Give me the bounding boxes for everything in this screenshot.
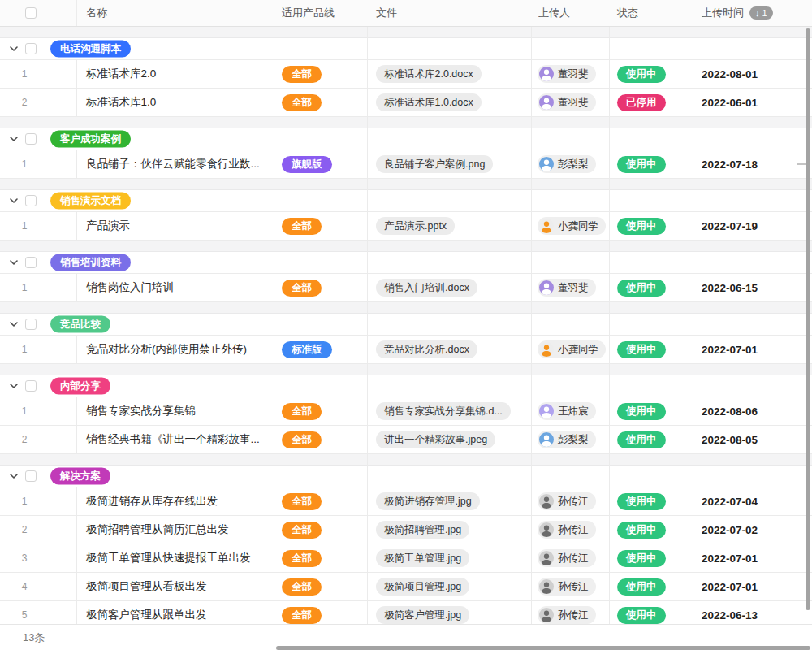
name-cell[interactable]: 良品铺子：伙伴云赋能零食行业数... xyxy=(76,150,274,178)
name-cell[interactable]: 销售经典书籍《讲出一个精彩故事... xyxy=(76,426,274,453)
file-cell[interactable]: 竞品对比分析.docx xyxy=(367,336,531,363)
product-line-cell[interactable]: 全部 xyxy=(274,488,367,515)
table-row[interactable]: 1销售专家实战分享集锦全部销售专家实战分享集锦.d...王炜宸使用中2022-0… xyxy=(0,397,812,426)
status-cell[interactable]: 使用中 xyxy=(609,544,693,572)
collapse-chevron-icon[interactable] xyxy=(9,381,19,391)
collapse-chevron-icon[interactable] xyxy=(9,258,19,267)
file-cell[interactable]: 良品铺子客户案例.png xyxy=(367,150,531,178)
name-cell[interactable]: 标准话术库1.0 xyxy=(76,89,274,116)
file-cell[interactable]: 极简项目管理.jpg xyxy=(367,573,531,600)
column-header-uploader[interactable]: 上传人 xyxy=(531,0,609,26)
table-row[interactable]: 1良品铺子：伙伴云赋能零食行业数...旗舰版良品铺子客户案例.png彭梨梨使用中… xyxy=(0,150,812,179)
file-attachment-pill[interactable]: 极简进销存管理.jpg xyxy=(376,492,480,510)
status-cell[interactable]: 使用中 xyxy=(609,516,693,544)
file-attachment-pill[interactable]: 产品演示.pptx xyxy=(376,217,455,235)
status-cell[interactable]: 使用中 xyxy=(609,60,693,88)
upload-date-cell[interactable]: 2022-06-15 xyxy=(693,274,812,301)
table-row[interactable]: 2销售经典书籍《讲出一个精彩故事...全部讲出一个精彩故事.jpeg彭梨梨使用中… xyxy=(0,426,812,454)
collapse-chevron-icon[interactable] xyxy=(9,471,19,481)
status-cell[interactable]: 使用中 xyxy=(609,573,693,600)
vertical-scrollbar[interactable] xyxy=(806,28,810,610)
uploader-cell[interactable]: 孙传江 xyxy=(531,573,609,600)
product-line-cell[interactable]: 全部 xyxy=(274,544,367,572)
group-checkbox[interactable] xyxy=(25,133,37,145)
upload-date-cell[interactable]: 2022-07-01 xyxy=(693,573,812,600)
file-cell[interactable]: 讲出一个精彩故事.jpeg xyxy=(367,426,531,453)
column-header-upload-time[interactable]: 上传时间 ↓ 1 xyxy=(693,0,812,26)
upload-date-cell[interactable]: 2022-07-02 xyxy=(693,516,812,544)
collapse-chevron-icon[interactable] xyxy=(9,44,19,54)
group-checkbox[interactable] xyxy=(25,318,37,330)
uploader-cell[interactable]: 王炜宸 xyxy=(531,397,609,425)
table-row[interactable]: 2标准话术库1.0全部标准话术库1.0.docx董羽斐已停用2022-06-01 xyxy=(0,89,812,117)
file-cell[interactable]: 标准话术库1.0.docx xyxy=(367,89,531,116)
file-attachment-pill[interactable]: 标准话术库2.0.docx xyxy=(376,65,482,83)
upload-date-cell[interactable]: 2022-07-19 xyxy=(693,212,812,240)
product-line-cell[interactable]: 全部 xyxy=(274,60,367,88)
file-attachment-pill[interactable]: 良品铺子客户案例.png xyxy=(376,155,493,173)
upload-date-cell[interactable]: 2022-07-04 xyxy=(693,488,812,515)
file-cell[interactable]: 极简招聘管理.jpg xyxy=(367,516,531,544)
status-cell[interactable]: 使用中 xyxy=(609,150,693,178)
uploader-cell[interactable]: 董羽斐 xyxy=(531,274,609,301)
name-cell[interactable]: 极简招聘管理从简历汇总出发 xyxy=(76,516,274,544)
name-cell[interactable]: 极简项目管理从看板出发 xyxy=(76,573,274,600)
upload-date-cell[interactable]: 2022-08-01 xyxy=(693,60,812,88)
product-line-cell[interactable]: 全部 xyxy=(274,516,367,544)
name-cell[interactable]: 销售专家实战分享集锦 xyxy=(76,397,274,425)
upload-date-cell[interactable]: 2022-07-01 xyxy=(693,336,812,363)
table-row[interactable]: 1销售岗位入门培训全部销售入门培训.docx董羽斐使用中2022-06-15 xyxy=(0,274,812,302)
group-checkbox[interactable] xyxy=(25,380,37,392)
product-line-cell[interactable]: 全部 xyxy=(274,573,367,600)
upload-date-cell[interactable]: 2022-08-06 xyxy=(693,397,812,425)
file-attachment-pill[interactable]: 极简客户管理.jpg xyxy=(376,606,469,624)
upload-date-cell[interactable]: 2022-08-05 xyxy=(693,426,812,453)
status-cell[interactable]: 使用中 xyxy=(609,397,693,425)
file-attachment-pill[interactable]: 标准话术库1.0.docx xyxy=(376,93,482,111)
uploader-cell[interactable]: 彭梨梨 xyxy=(531,426,609,453)
product-line-cell[interactable]: 标准版 xyxy=(274,336,367,363)
uploader-cell[interactable]: 小龚同学 xyxy=(531,212,609,240)
uploader-cell[interactable]: 小龚同学 xyxy=(531,336,609,363)
table-row[interactable]: 1产品演示全部产品演示.pptx小龚同学使用中2022-07-19 xyxy=(0,212,812,240)
sort-order-badge[interactable]: ↓ 1 xyxy=(749,6,773,20)
status-cell[interactable]: 已停用 xyxy=(609,89,693,116)
status-cell[interactable]: 使用中 xyxy=(609,488,693,515)
file-cell[interactable]: 极简工单管理.jpg xyxy=(367,544,531,572)
column-header-status[interactable]: 状态 xyxy=(609,0,693,26)
status-cell[interactable]: 使用中 xyxy=(609,212,693,240)
upload-date-cell[interactable]: 2022-07-01 xyxy=(693,544,812,572)
group-checkbox[interactable] xyxy=(25,257,37,268)
collapse-chevron-icon[interactable] xyxy=(9,134,19,144)
table-row[interactable]: 3极简工单管理从快速提报工单出发全部极简工单管理.jpg孙传江使用中2022-0… xyxy=(0,544,812,573)
name-cell[interactable]: 极简工单管理从快速提报工单出发 xyxy=(76,544,274,572)
table-row[interactable]: 2极简招聘管理从简历汇总出发全部极简招聘管理.jpg孙传江使用中2022-07-… xyxy=(0,516,812,544)
file-cell[interactable]: 极简进销存管理.jpg xyxy=(367,488,531,515)
product-line-cell[interactable]: 旗舰版 xyxy=(274,150,367,178)
file-cell[interactable]: 产品演示.pptx xyxy=(367,212,531,240)
name-cell[interactable]: 销售岗位入门培训 xyxy=(76,274,274,301)
file-attachment-pill[interactable]: 极简工单管理.jpg xyxy=(376,549,469,567)
collapse-chevron-icon[interactable] xyxy=(9,196,19,206)
uploader-cell[interactable]: 孙传江 xyxy=(531,488,609,515)
uploader-cell[interactable]: 孙传江 xyxy=(531,544,609,572)
group-checkbox[interactable] xyxy=(25,43,37,54)
status-cell[interactable]: 使用中 xyxy=(609,426,693,453)
upload-date-cell[interactable]: 2022-07-18 xyxy=(693,150,812,178)
uploader-cell[interactable]: 董羽斐 xyxy=(531,89,609,116)
collapse-chevron-icon[interactable] xyxy=(9,319,19,329)
uploader-cell[interactable]: 孙传江 xyxy=(531,516,609,544)
product-line-cell[interactable]: 全部 xyxy=(274,274,367,301)
table-row[interactable]: 1极简进销存从库存在线出发全部极简进销存管理.jpg孙传江使用中2022-07-… xyxy=(0,488,812,516)
name-cell[interactable]: 标准话术库2.0 xyxy=(76,60,274,88)
file-attachment-pill[interactable]: 讲出一个精彩故事.jpeg xyxy=(376,431,495,448)
column-header-product-line[interactable]: 适用产品线 xyxy=(274,0,367,26)
file-cell[interactable]: 销售专家实战分享集锦.d... xyxy=(367,397,531,425)
product-line-cell[interactable]: 全部 xyxy=(274,397,367,425)
status-cell[interactable]: 使用中 xyxy=(609,274,693,301)
select-all-checkbox[interactable] xyxy=(25,7,37,19)
table-row[interactable]: 1标准话术库2.0全部标准话术库2.0.docx董羽斐使用中2022-08-01 xyxy=(0,60,812,89)
uploader-cell[interactable]: 董羽斐 xyxy=(531,60,609,88)
product-line-cell[interactable]: 全部 xyxy=(274,89,367,116)
product-line-cell[interactable]: 全部 xyxy=(274,212,367,240)
